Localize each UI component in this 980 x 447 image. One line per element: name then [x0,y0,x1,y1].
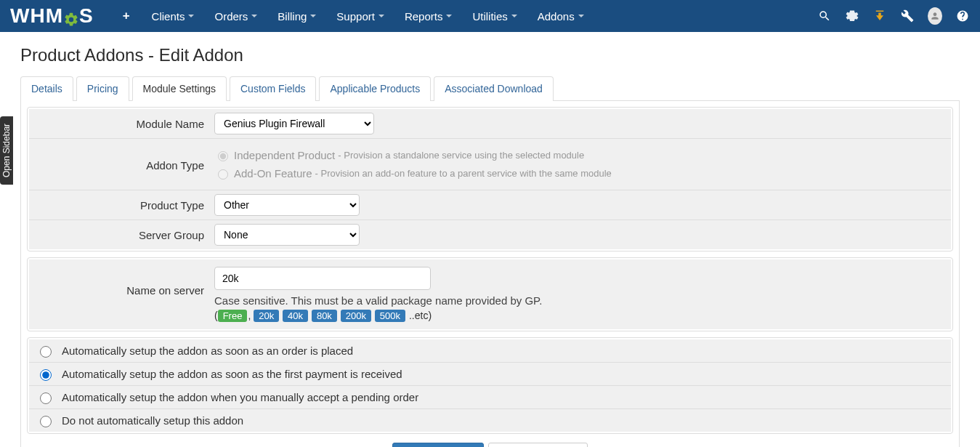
tab-applicable-products[interactable]: Applicable Products [319,76,431,101]
nav-item-orders[interactable]: Orders [204,0,267,32]
tab-pricing[interactable]: Pricing [76,76,129,101]
tab-associated-download[interactable]: Associated Download [434,76,554,101]
module-name-label: Module Name [29,118,214,130]
tag-200k: 200k [341,310,371,322]
navbar: WHM S + ClientsOrdersBillingSupportRepor… [0,0,980,32]
tag-80k: 80k [312,310,337,322]
settings-icon[interactable] [845,9,859,23]
caret-icon [310,15,316,17]
addon-type-feature-desc: - Provision an add-on feature to a paren… [315,168,612,179]
page-title: Product Addons - Edit Addon [20,45,960,65]
nav-item-clients[interactable]: Clients [142,0,205,32]
actions: Save Changes Cancel Changes [27,443,953,447]
caret-icon [188,15,194,17]
auto-setup-label: Automatically setup the addon when you m… [62,391,418,403]
addon-type-label: Addon Type [29,146,214,172]
server-group-select[interactable]: None [214,224,360,246]
auto-setup-label: Do not automatically setup this addon [62,414,243,427]
addon-type-feature-label: Add-On Feature [234,167,312,180]
caret-icon [378,15,384,17]
gear-icon [63,9,79,25]
auto-setup-row: Automatically setup the addon as soon as… [29,339,951,363]
name-on-server-panel: Name on server Case sensitive. This must… [27,257,953,331]
logo-suffix: S [79,4,94,28]
tag-500k: 500k [375,310,405,322]
tag-40k: 40k [283,310,308,322]
auto-setup-row: Do not automatically setup this addon [29,409,951,432]
nav-item-reports[interactable]: Reports [394,0,463,32]
name-on-server-label: Name on server [29,267,214,297]
caret-icon [511,15,517,17]
auto-setup-label: Automatically setup the addon as soon as… [62,368,402,380]
auto-setup-radio-3[interactable] [40,416,52,427]
add-button[interactable]: + [111,9,142,23]
name-on-server-input[interactable] [214,267,431,290]
wrench-icon[interactable] [900,9,915,23]
auto-setup-row: Automatically setup the addon when you m… [29,386,951,409]
tag-free: Free [218,310,248,322]
nav-right [817,9,970,23]
name-on-server-help: Case sensitive. This must be a valid pac… [214,294,944,307]
tabs: Details Pricing Module Settings Custom F… [20,76,960,101]
open-sidebar-button[interactable]: Open Sidebar [0,116,13,185]
download-icon[interactable] [872,9,887,23]
auto-setup-radio-0[interactable] [40,346,52,358]
auto-setup-radio-2[interactable] [40,392,52,404]
module-panel: Module Name Genius Plugin Firewall Addon… [27,107,953,251]
auto-setup-label: Automatically setup the addon as soon as… [62,345,353,357]
tab-module-settings[interactable]: Module Settings [132,76,227,101]
tab-content: Module Name Genius Plugin Firewall Addon… [20,101,960,447]
logo-prefix: WHM [10,4,63,28]
nav-item-support[interactable]: Support [326,0,394,32]
search-icon[interactable] [817,9,832,23]
logo[interactable]: WHM S [10,4,94,28]
product-type-select[interactable]: Other [214,194,360,216]
addon-type-feature-radio[interactable] [218,169,228,180]
auto-setup-radio-1[interactable] [40,369,52,381]
cancel-button[interactable]: Cancel Changes [488,443,588,447]
nav-item-utilities[interactable]: Utilities [462,0,527,32]
name-on-server-tags: (Free, 20k 40k 80k 200k 500k ..etc) [214,310,944,322]
page: Product Addons - Edit Addon Details Pric… [0,32,980,447]
caret-icon [251,15,257,17]
nav-items: ClientsOrdersBillingSupportReportsUtilit… [142,0,594,32]
caret-icon [578,15,584,17]
save-button[interactable]: Save Changes [392,443,484,447]
tab-custom-fields[interactable]: Custom Fields [230,76,316,101]
tag-20k: 20k [254,310,279,322]
addon-type-options: Independent Product - Provision a standa… [214,146,951,182]
module-name-select[interactable]: Genius Plugin Firewall [214,113,374,134]
server-group-label: Server Group [29,229,214,241]
nav-item-addons[interactable]: Addons [527,0,594,32]
addon-type-independent-label: Independent Product [234,149,335,161]
addon-type-independent-desc: - Provision a standalone service using t… [338,150,584,161]
help-icon[interactable] [955,9,970,23]
product-type-label: Product Type [29,199,214,212]
nav-item-billing[interactable]: Billing [267,0,326,32]
caret-icon [446,15,452,17]
user-icon[interactable] [928,9,942,23]
auto-setup-row: Automatically setup the addon as soon as… [29,363,951,386]
addon-type-independent-radio[interactable] [218,151,228,161]
tab-details[interactable]: Details [20,76,73,101]
auto-setup-panel: Automatically setup the addon as soon as… [27,337,953,434]
